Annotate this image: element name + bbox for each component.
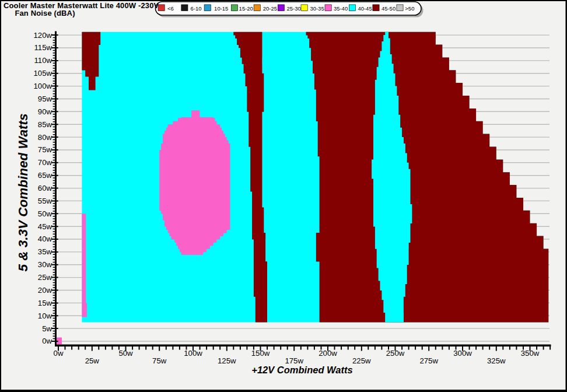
svg-text:85w: 85w [38,120,52,129]
svg-text:115w: 115w [34,43,52,52]
svg-text:0w: 0w [42,337,52,345]
svg-text:55w: 55w [38,197,52,205]
svg-text:120w: 120w [33,31,52,40]
svg-text:325w: 325w [487,356,506,365]
svg-text:150w: 150w [251,349,270,358]
svg-text:75w: 75w [152,356,167,365]
svg-text:90w: 90w [38,107,52,116]
svg-text:60w: 60w [38,184,52,192]
svg-text:70w: 70w [38,158,52,167]
svg-text:15-20: 15-20 [239,5,253,12]
svg-text:100w: 100w [33,82,52,90]
svg-text:200w: 200w [318,349,337,358]
svg-text:80w: 80w [38,133,52,142]
svg-text:25w: 25w [85,356,100,365]
svg-text:250w: 250w [386,349,405,358]
svg-text:35w: 35w [38,247,52,256]
svg-text:225w: 225w [352,356,371,365]
svg-text:95w: 95w [38,94,52,103]
svg-text:100w: 100w [184,349,202,358]
svg-text:175w: 175w [285,356,303,365]
svg-text:125w: 125w [218,356,236,365]
svg-text:40-45: 40-45 [358,5,372,12]
svg-text:75w: 75w [38,145,52,154]
svg-text:10-15: 10-15 [214,5,228,12]
svg-text:65w: 65w [38,171,52,180]
svg-text:<6: <6 [167,5,174,12]
svg-text:5w: 5w [42,324,52,333]
svg-text:+12V Combined Watts: +12V Combined Watts [251,365,352,375]
svg-text:20w: 20w [38,286,52,295]
svg-text:>50: >50 [405,5,414,12]
svg-text:25w: 25w [38,273,52,282]
svg-text:50w: 50w [118,349,133,358]
svg-text:40w: 40w [38,235,52,243]
svg-text:6-10: 6-10 [191,5,202,12]
svg-text:0w: 0w [54,349,64,358]
svg-text:30-35: 30-35 [310,5,324,12]
svg-text:30w: 30w [38,260,52,269]
svg-text:275w: 275w [419,356,438,365]
svg-text:105w: 105w [33,69,52,78]
svg-text:350w: 350w [521,349,540,358]
svg-text:110w: 110w [34,56,52,65]
svg-text:35-40: 35-40 [334,5,348,12]
svg-text:20-25: 20-25 [263,5,277,12]
svg-text:25-30: 25-30 [287,5,301,12]
svg-text:50w: 50w [38,209,52,218]
svg-text:10w: 10w [38,312,52,320]
svg-text:15w: 15w [38,299,52,307]
svg-text:45-50: 45-50 [382,5,396,12]
svg-text:5 & 3.3V Combined Watts: 5 & 3.3V Combined Watts [16,114,30,272]
svg-text:Fan Noise (dBA): Fan Noise (dBA) [15,9,75,18]
svg-text:300w: 300w [453,349,472,358]
svg-text:45w: 45w [38,222,52,231]
